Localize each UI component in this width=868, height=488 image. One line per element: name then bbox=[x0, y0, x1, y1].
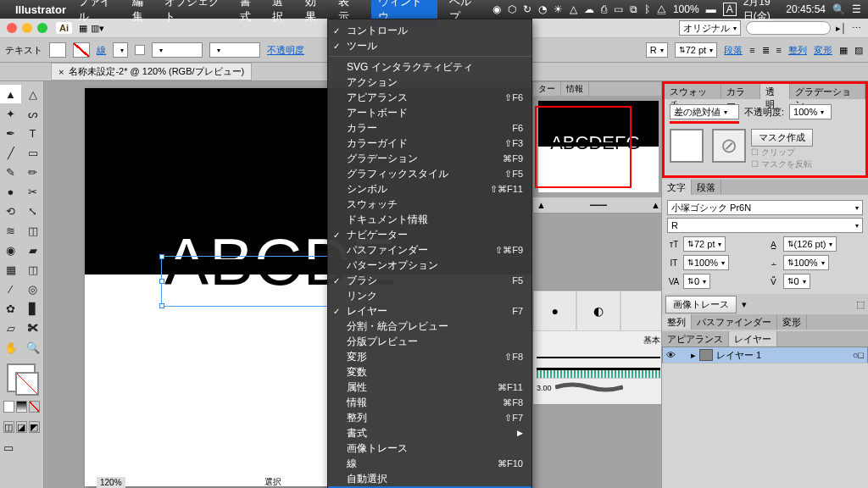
draw-behind-icon[interactable]: ◪ bbox=[16, 421, 27, 433]
navigator-view[interactable]: ABCDEFG bbox=[533, 96, 664, 197]
tab-appearance[interactable]: アピアランス bbox=[662, 331, 729, 347]
width-tool[interactable]: ≋ bbox=[0, 221, 21, 240]
graph-tool[interactable]: ▊ bbox=[22, 299, 43, 318]
menu-item[interactable]: 分割・統合プレビュー bbox=[328, 319, 531, 334]
menu-item[interactable]: 自動選択 bbox=[328, 471, 531, 486]
arrange-icon[interactable]: ▥▾ bbox=[91, 23, 104, 34]
tab-paragraph[interactable]: 段落 bbox=[692, 180, 721, 195]
brush-thumb[interactable]: ◐ bbox=[576, 291, 620, 331]
nav-zoomout-icon[interactable]: ▲ bbox=[537, 200, 546, 210]
edit-icon[interactable]: ▨ bbox=[854, 45, 863, 56]
tab-transparency[interactable]: 透明 bbox=[760, 84, 790, 99]
color-picker[interactable]: ◫ ◪ ◩ ▭ bbox=[0, 363, 43, 457]
zoom-icon[interactable] bbox=[37, 23, 47, 33]
blend-tool[interactable]: ◎ bbox=[22, 280, 43, 298]
shape-builder-tool[interactable]: ◉ bbox=[0, 241, 21, 259]
tab-layers[interactable]: レイヤー bbox=[729, 331, 777, 347]
menu-item-tools[interactable]: ✓ツール bbox=[328, 38, 531, 53]
tab-pathfinder[interactable]: パスファインダー bbox=[692, 314, 777, 330]
kerning-field[interactable]: ⇅0▾ bbox=[683, 274, 710, 289]
menu-item[interactable]: アピアランス⇧F6 bbox=[328, 90, 531, 105]
mesh-tool[interactable]: ▦ bbox=[0, 260, 21, 279]
menu-item[interactable]: カラーF6 bbox=[328, 120, 531, 136]
menu-item[interactable]: ドキュメント情報 bbox=[328, 212, 531, 227]
menu-item[interactable]: ✓ナビゲーター bbox=[328, 227, 531, 242]
draw-inside-icon[interactable]: ◩ bbox=[29, 421, 40, 433]
stroke-swatch[interactable] bbox=[73, 42, 90, 58]
menu-item-control[interactable]: ✓コントロール bbox=[328, 23, 531, 38]
adobe-icon[interactable]: △ bbox=[570, 3, 577, 15]
tab-color[interactable]: カラー bbox=[721, 84, 760, 99]
bridge-icon[interactable]: ▦ bbox=[79, 23, 87, 34]
minimize-icon[interactable] bbox=[22, 23, 32, 33]
brush-thumb[interactable] bbox=[620, 291, 664, 331]
menu-item[interactable]: リンク bbox=[328, 288, 531, 303]
layer-target-icon[interactable]: ○□ bbox=[853, 350, 864, 360]
vscale-field[interactable]: ⇅100%▾ bbox=[683, 255, 729, 270]
zoom-tool[interactable]: 🔍 bbox=[22, 338, 43, 357]
scale-tool[interactable]: ⤡ bbox=[22, 202, 43, 220]
menu-type[interactable]: 書式 bbox=[240, 0, 261, 25]
menu-item[interactable]: カラーガイド⇧F3 bbox=[328, 136, 531, 151]
slice-tool[interactable]: ✀ bbox=[22, 319, 43, 337]
lasso-tool[interactable]: ᔕ bbox=[22, 104, 43, 123]
menu-item[interactable]: スウォッチ bbox=[328, 197, 531, 212]
rect-tool[interactable]: ▭ bbox=[22, 143, 43, 162]
bluetooth-icon[interactable]: ᛒ bbox=[644, 3, 650, 15]
align-link[interactable]: 整列 bbox=[788, 44, 807, 57]
info-tab[interactable]: 情報 bbox=[561, 82, 589, 96]
fill-swatch[interactable] bbox=[49, 42, 66, 58]
dropbox-icon[interactable]: ⬡ bbox=[508, 3, 516, 15]
notif-icon[interactable]: ☰ bbox=[852, 3, 861, 15]
menu-item[interactable]: SVG インタラクティビティ bbox=[328, 59, 531, 75]
opacity-field[interactable]: 100%▾ bbox=[789, 104, 832, 119]
menu-item[interactable]: 変数 bbox=[328, 364, 531, 380]
nav-tab[interactable]: ター bbox=[533, 82, 561, 96]
artboard-tool[interactable]: ▱ bbox=[0, 319, 21, 337]
font-style-select-panel[interactable]: R▾ bbox=[667, 218, 863, 233]
menu-item[interactable]: グラデーション⌘F9 bbox=[328, 151, 531, 166]
wifi-icon[interactable]: ⧋ bbox=[657, 3, 666, 15]
align-left-icon[interactable]: ≡ bbox=[749, 45, 754, 55]
selection-tool[interactable]: ▲ bbox=[0, 85, 21, 103]
line-icon[interactable]: ◉ bbox=[492, 3, 501, 15]
align-center-icon[interactable]: ≣ bbox=[762, 45, 770, 56]
nav-zoomin-icon[interactable]: ▲ bbox=[651, 200, 660, 210]
eyedropper-tool[interactable]: ⁄ bbox=[0, 280, 21, 298]
menu-item[interactable]: 情報⌘F8 bbox=[328, 395, 531, 410]
gradient-tool[interactable]: ◫ bbox=[22, 260, 43, 279]
tab-gradient[interactable]: グラデーション bbox=[790, 84, 865, 99]
pencil-tool[interactable]: ✏ bbox=[22, 163, 43, 181]
align-right-icon[interactable]: ≡ bbox=[776, 45, 782, 55]
zoom-label[interactable]: 120% bbox=[97, 477, 125, 488]
menu-select[interactable]: 選択 bbox=[272, 0, 293, 25]
tab-align[interactable]: 整列 bbox=[662, 314, 692, 330]
menu-item[interactable]: アートボード bbox=[328, 105, 531, 120]
search-input[interactable] bbox=[746, 21, 831, 35]
tab-swatches[interactable]: スウォッチ bbox=[665, 84, 721, 99]
varwidth-icon[interactable] bbox=[135, 45, 145, 55]
panel-toggle-icon[interactable]: ▸│ bbox=[836, 23, 847, 34]
fill-mode-icon[interactable] bbox=[3, 401, 14, 413]
font-size-select[interactable]: ⇅72 pt▾ bbox=[675, 42, 717, 58]
battery-icon[interactable]: ▬ bbox=[706, 3, 716, 15]
stroke-link[interactable]: 線 bbox=[97, 44, 106, 57]
free-transform-tool[interactable]: ◫ bbox=[22, 221, 43, 240]
font-family-select[interactable]: 小塚ゴシック Pr6N▾ bbox=[667, 200, 863, 215]
magic-wand-tool[interactable]: ✦ bbox=[0, 104, 21, 123]
line-tool[interactable]: ╱ bbox=[0, 143, 21, 162]
menu-item[interactable]: アクション bbox=[328, 75, 531, 90]
font-style-select[interactable]: R▾ bbox=[646, 42, 668, 58]
draw-normal-icon[interactable]: ◫ bbox=[3, 421, 14, 433]
sun-icon[interactable]: ☀ bbox=[554, 3, 563, 15]
sync-icon[interactable]: ↻ bbox=[523, 3, 531, 15]
blob-tool[interactable]: ● bbox=[0, 182, 21, 201]
spotlight-icon[interactable]: 🔍 bbox=[832, 3, 845, 15]
make-mask-button[interactable]: マスク作成 bbox=[751, 129, 813, 147]
clock-icon[interactable]: ◔ bbox=[538, 3, 547, 15]
close-icon[interactable] bbox=[7, 23, 17, 33]
mask-preview-swatch[interactable] bbox=[670, 129, 704, 163]
menu-item[interactable]: 線⌘F10 bbox=[328, 456, 531, 471]
menu-item[interactable]: 変形⇧F8 bbox=[328, 349, 531, 364]
menu-object[interactable]: オブジェクト bbox=[164, 0, 227, 25]
